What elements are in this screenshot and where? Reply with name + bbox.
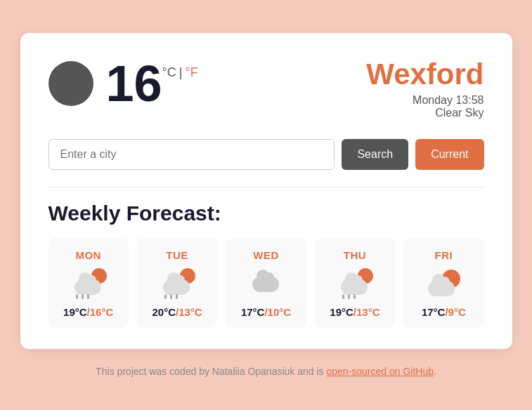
weather-left: 16 °C | °F [48, 58, 198, 109]
search-button[interactable]: Search [342, 139, 408, 170]
rain-icon [76, 294, 89, 299]
footer-text: This project was coded by Nataliia Opana… [96, 366, 326, 377]
forecast-card-mon: MON 19°C/16°C [48, 238, 129, 328]
github-link[interactable]: open-sourced on GitHub [326, 366, 434, 377]
celsius-unit[interactable]: °C [162, 65, 176, 80]
date-time: Monday 13:58 [366, 94, 484, 107]
cloud-icon [163, 279, 190, 295]
forecast-low-mon: /16°C [87, 306, 114, 318]
forecast-day-wed: WED [253, 249, 279, 261]
forecast-low-fri: /9°C [445, 306, 465, 318]
forecast-icon-mon [70, 268, 107, 299]
forecast-high-fri: 17°C [422, 306, 446, 318]
fahrenheit-unit[interactable]: °F [185, 65, 197, 80]
cloud-icon [74, 279, 101, 295]
forecast-day-tue: TUE [166, 249, 188, 261]
temp-display: 16 °C | °F [106, 58, 198, 109]
weather-right: Wexford Monday 13:58 Clear Sky [366, 58, 484, 119]
cloud-icon [252, 277, 279, 292]
rain-icon [342, 294, 356, 299]
forecast-day-thu: THU [344, 249, 366, 261]
forecast-high-wed: 17°C [241, 306, 265, 318]
forecast-grid: MON 19°C/16°C TUE [48, 238, 484, 328]
forecast-low-wed: /10°C [264, 306, 291, 318]
footer-period: . [434, 366, 436, 377]
search-input[interactable] [48, 139, 335, 170]
search-section: Search Current [48, 139, 484, 170]
forecast-day-mon: MON [75, 249, 101, 261]
weather-icon [48, 61, 93, 106]
forecast-low-tue: /13°C [176, 306, 202, 318]
forecast-temps-wed: 17°C/10°C [241, 306, 291, 318]
weather-condition: Clear Sky [366, 107, 484, 119]
forecast-title: Weekly Forecast: [48, 201, 484, 225]
forecast-temps-tue: 20°C/13°C [153, 306, 202, 318]
unit-separator: | [179, 65, 183, 80]
forecast-temps-thu: 19°C/13°C [330, 306, 379, 318]
forecast-icon-thu [337, 268, 373, 299]
cloud-icon [341, 279, 368, 295]
top-section: 16 °C | °F Wexford Monday 13:58 Clear Sk… [48, 58, 484, 119]
forecast-card-wed: WED 17°C/10°C [226, 238, 306, 328]
forecast-icon-fri [425, 268, 462, 299]
forecast-card-thu: THU 19°C/13°C [315, 238, 395, 328]
cloud-icon [428, 281, 455, 296]
forecast-icon-wed [248, 268, 285, 299]
divider [48, 187, 484, 187]
forecast-day-fri: FRI [434, 249, 453, 261]
forecast-low-thu: /13°C [353, 306, 380, 318]
current-button[interactable]: Current [415, 139, 484, 170]
forecast-temps-mon: 19°C/16°C [63, 306, 113, 318]
main-card: 16 °C | °F Wexford Monday 13:58 Clear Sk… [20, 33, 512, 348]
forecast-high-mon: 19°C [63, 306, 87, 318]
temperature: 16 [106, 58, 162, 109]
forecast-card-fri: FRI 17°C/9°C [403, 238, 484, 328]
forecast-card-tue: TUE 20°C/13°C [137, 238, 217, 328]
rain-icon [164, 294, 178, 299]
temp-units: °C | °F [162, 65, 198, 80]
city-name: Wexford [366, 58, 484, 91]
forecast-high-thu: 19°C [330, 306, 353, 318]
forecast-icon-tue [159, 268, 195, 299]
forecast-high-tue: 20°C [153, 306, 176, 318]
forecast-temps-fri: 17°C/9°C [422, 306, 466, 318]
footer: This project was coded by Nataliia Opana… [96, 366, 436, 377]
